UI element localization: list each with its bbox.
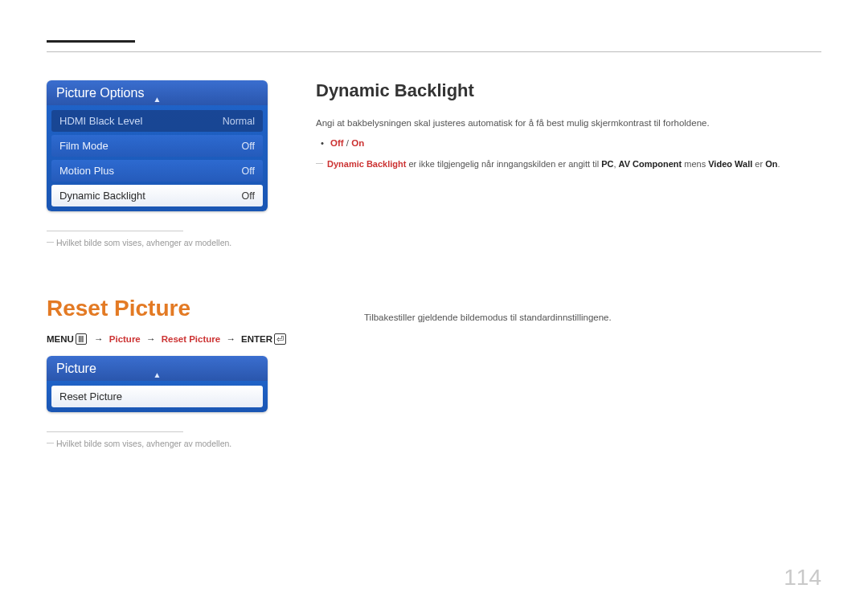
- row-label: Reset Picture: [59, 390, 122, 403]
- menu-icon: Ⅲ: [76, 333, 87, 345]
- warn-text: er ikke tilgjengelig når inngangskilden …: [406, 159, 601, 169]
- arrow-icon: →: [146, 334, 156, 344]
- note-separator: [47, 231, 183, 231]
- arrow-icon: →: [94, 334, 104, 344]
- page-top-rule: [47, 40, 821, 51]
- path-enter-label: ENTER: [241, 334, 272, 344]
- note-separator: [47, 431, 183, 432]
- row-value: Off: [242, 190, 255, 202]
- panel-title: Picture Options: [56, 86, 144, 100]
- option-on: On: [351, 138, 364, 148]
- menu-row-dynamic-backlight[interactable]: Dynamic Backlight Off: [51, 185, 263, 206]
- option-off: Off: [330, 138, 344, 148]
- warn-text: mens: [682, 159, 708, 169]
- arrow-icon: →: [226, 334, 235, 344]
- dynamic-backlight-warning: Dynamic Backlight er ikke tilgjengelig n…: [316, 157, 821, 172]
- row-value: Off: [242, 166, 255, 177]
- row-label: Dynamic Backlight: [59, 190, 145, 202]
- picture-options-panel: Picture Options ▲ HDMI Black Level Norma…: [47, 80, 268, 211]
- warn-on: On: [765, 159, 777, 169]
- dynamic-backlight-options: Off / On: [316, 138, 821, 148]
- picture-panel-title: Picture ▲: [47, 356, 268, 381]
- menu-row-reset-picture[interactable]: Reset Picture: [51, 386, 263, 407]
- model-dependent-note: Hvilket bilde som vises, avhenger av mod…: [47, 439, 316, 448]
- path-reset-picture: Reset Picture: [162, 334, 221, 344]
- reset-picture-heading: Reset Picture: [47, 296, 316, 321]
- row-label: Motion Plus: [59, 165, 114, 177]
- row-label: Film Mode: [59, 140, 108, 152]
- row-value: Normal: [223, 116, 255, 127]
- row-label: HDMI Black Level: [59, 115, 142, 127]
- dynamic-backlight-heading: Dynamic Backlight: [316, 80, 821, 101]
- menu-row-motion-plus[interactable]: Motion Plus Off: [51, 160, 263, 182]
- page-number: 114: [784, 565, 821, 591]
- path-menu-label: MENU: [47, 334, 74, 344]
- warn-pc: PC: [601, 159, 613, 169]
- picture-options-title: Picture Options ▲: [47, 80, 268, 105]
- reset-picture-desc: Tilbakestiller gjeldende bildemodus til …: [364, 310, 821, 325]
- warn-text: .: [777, 159, 780, 169]
- warn-term: Dynamic Backlight: [327, 159, 406, 169]
- warn-av: AV Component: [619, 159, 682, 169]
- enter-icon: ⏎: [274, 333, 286, 345]
- menu-path: MENUⅢ → Picture → Reset Picture → ENTER⏎: [47, 334, 316, 345]
- warn-video-wall: Video Wall: [708, 159, 752, 169]
- menu-row-hdmi-black-level[interactable]: HDMI Black Level Normal: [51, 110, 263, 132]
- chevron-up-icon: ▲: [154, 370, 162, 379]
- row-value: Off: [242, 141, 255, 152]
- panel-title: Picture: [56, 362, 96, 375]
- warn-text: er: [752, 159, 765, 169]
- menu-row-film-mode[interactable]: Film Mode Off: [51, 135, 263, 157]
- picture-panel: Picture ▲ Reset Picture: [47, 356, 268, 412]
- path-picture: Picture: [109, 334, 141, 344]
- model-dependent-note: Hvilket bilde som vises, avhenger av mod…: [47, 238, 268, 247]
- dynamic-backlight-desc: Angi at bakbelysningen skal justeres aut…: [316, 116, 821, 130]
- chevron-up-icon: ▲: [154, 95, 162, 104]
